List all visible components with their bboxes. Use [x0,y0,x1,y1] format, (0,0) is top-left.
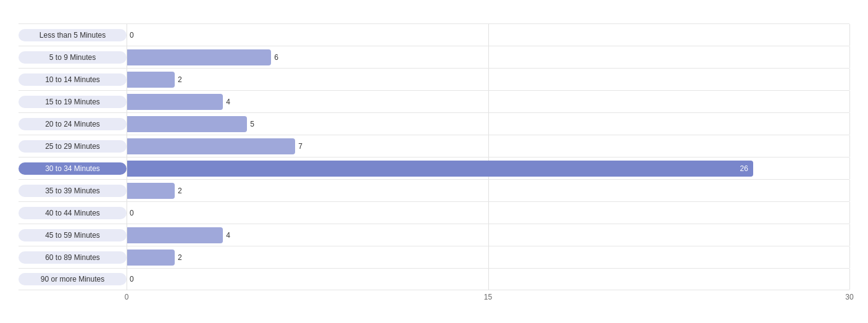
bar-fill [127,138,295,154]
bar-row: Less than 5 Minutes0 [19,23,849,46]
bar-label: 25 to 29 Minutes [19,140,127,153]
bar-track: 0 [127,269,849,290]
bar-row: 40 to 44 Minutes0 [19,201,849,224]
bar-label: 35 to 39 Minutes [19,185,127,197]
bar-value: 7 [298,142,303,151]
bar-row: 15 to 19 Minutes4 [19,90,849,112]
x-axis-label: 0 [125,293,129,301]
bar-value: 4 [226,98,230,106]
bar-fill: 26 [127,161,753,177]
bar-fill [127,183,175,199]
bar-track: 26 [127,157,849,179]
bar-fill [127,227,223,243]
bar-value: 0 [130,31,134,40]
bar-label: 20 to 24 Minutes [19,118,127,130]
bar-value: 5 [250,120,254,128]
bar-row: 35 to 39 Minutes2 [19,179,849,201]
bar-row: 20 to 24 Minutes5 [19,112,849,135]
bar-label: 15 to 19 Minutes [19,96,127,108]
bar-label: 90 or more Minutes [19,273,127,285]
bar-value: 26 [740,164,748,173]
bar-label: Less than 5 Minutes [19,29,127,41]
bar-fill [127,116,247,132]
bar-value: 0 [130,209,134,217]
bar-label: 40 to 44 Minutes [19,207,127,219]
bar-row: 60 to 89 Minutes2 [19,246,849,268]
bar-fill [127,72,175,88]
bar-track: 2 [127,69,849,90]
bar-track: 0 [127,24,849,46]
bar-track: 6 [127,46,849,68]
bar-track: 0 [127,202,849,224]
bar-row: 45 to 59 Minutes4 [19,224,849,246]
bar-label: 5 to 9 Minutes [19,51,127,64]
bar-label: 30 to 34 Minutes [19,162,127,175]
bar-track: 2 [127,246,849,268]
bar-fill [127,250,175,266]
x-axis-inner: 01530 [127,293,849,305]
bar-track: 5 [127,113,849,135]
x-axis: 01530 [19,293,849,305]
bar-row: 25 to 29 Minutes7 [19,135,849,157]
bar-value: 2 [178,253,182,262]
bar-row: 10 to 14 Minutes2 [19,68,849,90]
bar-value: 4 [226,231,230,240]
bar-fill [127,49,271,65]
page-container: Less than 5 Minutes05 to 9 Minutes610 to… [19,12,849,305]
bar-value: 6 [274,53,278,62]
bar-track: 4 [127,224,849,246]
bar-label: 45 to 59 Minutes [19,229,127,241]
chart-area: Less than 5 Minutes05 to 9 Minutes610 to… [19,23,849,290]
bar-fill [127,94,223,110]
bar-track: 7 [127,135,849,157]
bar-track: 2 [127,180,849,201]
bar-value: 0 [130,275,134,283]
bar-value: 2 [178,187,182,195]
bar-label: 60 to 89 Minutes [19,251,127,264]
bar-row: 90 or more Minutes0 [19,268,849,290]
x-axis-label: 30 [845,293,853,301]
x-axis-label: 15 [484,293,492,301]
bar-label: 10 to 14 Minutes [19,73,127,86]
bar-value: 2 [178,75,182,84]
bar-row: 30 to 34 Minutes26 [19,157,849,179]
bar-row: 5 to 9 Minutes6 [19,46,849,68]
bar-track: 4 [127,91,849,112]
